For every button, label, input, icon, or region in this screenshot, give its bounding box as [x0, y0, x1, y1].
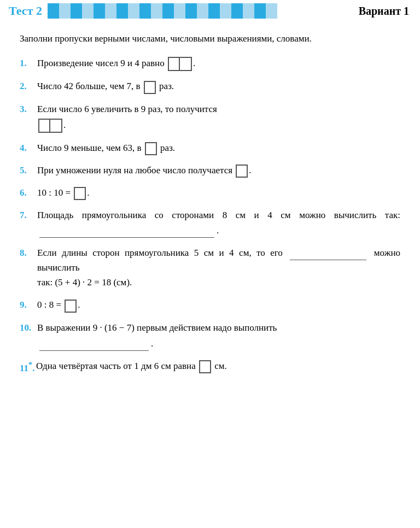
- q8-text: Если длины сторон прямоугольника 5 см и …: [37, 245, 400, 290]
- question-8: 8. Если длины сторон прямоугольника 5 см…: [20, 245, 400, 290]
- q1-text: Произведение чисел 9 и 4 равно .: [37, 56, 400, 71]
- q7-answer-line[interactable]: [39, 228, 214, 238]
- content: Заполни пропуски верными числами, числов…: [0, 22, 420, 393]
- question-10: 10. В выражении 9 · (16 − 7) первым дейс…: [20, 320, 400, 351]
- q6-text: 10 : 10 = .: [37, 185, 400, 200]
- q3-answer-row: .: [37, 118, 400, 133]
- q10-number: 10.: [20, 320, 35, 335]
- q7-text: Площадь прямоугольника со сторонами 8 см…: [37, 208, 400, 237]
- q5-answer-box[interactable]: [236, 165, 248, 178]
- header-stripes: [48, 3, 277, 19]
- question-9: 9. 0 : 8 = .: [20, 297, 400, 312]
- q11-answer-box[interactable]: [199, 360, 211, 373]
- q3-answer-box[interactable]: [38, 119, 62, 133]
- q8-number: 8.: [20, 245, 35, 260]
- q2-answer-box[interactable]: [144, 81, 156, 94]
- q3-number: 3.: [20, 102, 35, 116]
- question-6: 6. 10 : 10 = .: [20, 185, 400, 200]
- header-left: Тест 2: [9, 3, 277, 19]
- q9-answer-box[interactable]: [65, 300, 77, 313]
- q2-number: 2.: [20, 79, 35, 93]
- q11-text: Одна четвёртая часть от 1 дм 6 см равна …: [36, 359, 400, 373]
- question-11: 11*. Одна четвёртая часть от 1 дм 6 см р…: [20, 359, 400, 376]
- q11-number: 11*.: [20, 359, 35, 376]
- intro-text: Заполни пропуски верными числами, числов…: [20, 32, 400, 46]
- q4-text: Число 9 меньше, чем 63, в раз.: [37, 140, 400, 155]
- q10-text: В выражении 9 · (16 − 7) первым действие…: [37, 320, 400, 351]
- q1-number: 1.: [20, 56, 35, 71]
- question-3: 3. Если число 6 увеличить в 9 раз, то по…: [20, 102, 400, 133]
- test-label: Тест 2: [9, 4, 42, 18]
- q6-number: 6.: [20, 185, 35, 200]
- question-7: 7. Площадь прямоугольника со сторонами 8…: [20, 208, 400, 237]
- q9-number: 9.: [20, 297, 35, 312]
- q4-answer-box[interactable]: [145, 142, 157, 155]
- q7-number: 7.: [20, 208, 35, 222]
- q10-answer-row: .: [37, 336, 400, 351]
- q5-number: 5.: [20, 163, 35, 178]
- q5-text: При умножении нуля на любое число получа…: [37, 163, 400, 178]
- question-2: 2. Число 42 больше, чем 7, в раз.: [20, 79, 400, 93]
- variant-label: Вариант 1: [359, 5, 409, 17]
- question-1: 1. Произведение чисел 9 и 4 равно .: [20, 56, 400, 71]
- q8-answer-line[interactable]: [290, 250, 366, 260]
- q4-number: 4.: [20, 140, 35, 155]
- q10-answer-line[interactable]: [39, 341, 149, 351]
- header: Тест 2 Вариант 1: [0, 0, 420, 22]
- q3-text: Если число 6 увеличить в 9 раз, то получ…: [37, 102, 400, 133]
- q9-text: 0 : 8 = .: [37, 297, 400, 312]
- q2-text: Число 42 больше, чем 7, в раз.: [37, 79, 400, 93]
- question-4: 4. Число 9 меньше, чем 63, в раз.: [20, 140, 400, 155]
- q1-answer-box[interactable]: [168, 57, 192, 71]
- question-5: 5. При умножении нуля на любое число пол…: [20, 163, 400, 178]
- q6-answer-box[interactable]: [74, 187, 86, 200]
